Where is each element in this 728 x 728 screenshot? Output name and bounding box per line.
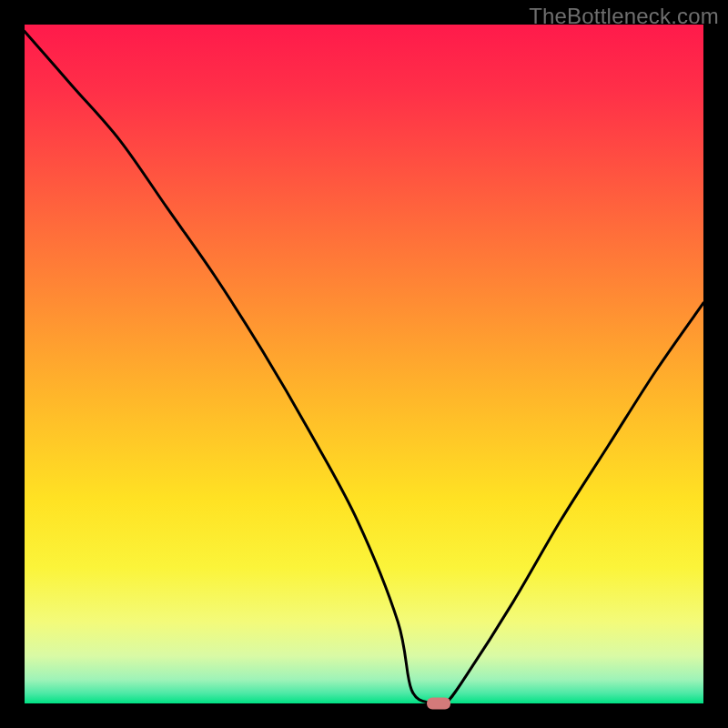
plot-background: [25, 25, 703, 703]
chart-frame: TheBottleneck.com: [0, 0, 728, 728]
watermark-text: TheBottleneck.com: [529, 4, 719, 29]
bottleneck-chart: [0, 0, 728, 728]
minimum-marker: [427, 698, 450, 710]
